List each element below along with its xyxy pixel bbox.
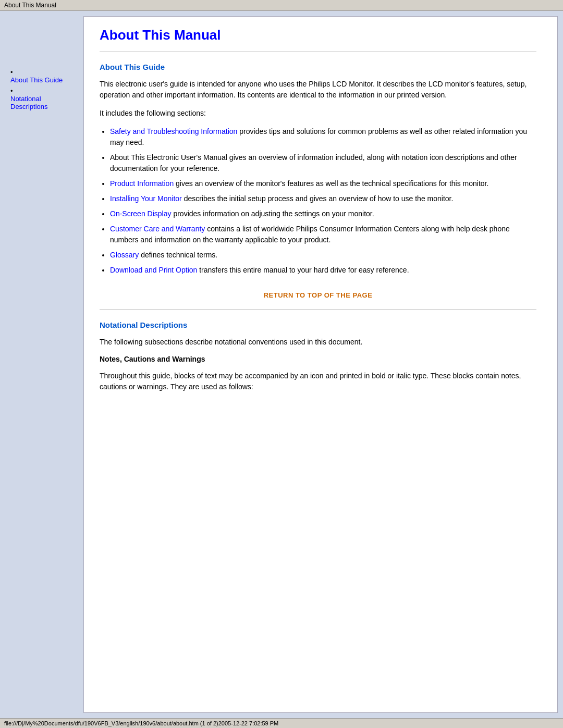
return-link-text: RETURN TO TOP OF THE PAGE bbox=[264, 291, 373, 299]
list-item: On-Screen Display provides information o… bbox=[110, 208, 536, 219]
section-title-about: About This Guide bbox=[100, 63, 536, 71]
content-area: About This Manual About This Guide This … bbox=[83, 16, 558, 713]
bullet-list: Safety and Troubleshooting Information p… bbox=[110, 126, 536, 276]
list-item-text: About This Electronic User's Manual give… bbox=[110, 153, 517, 172]
list-item: Glossary defines technical terms. bbox=[110, 250, 536, 261]
return-to-top[interactable]: RETURN TO TOP OF THE PAGE bbox=[100, 291, 536, 299]
list-item-text: defines technical terms. bbox=[141, 251, 217, 259]
list-item: Product Information gives an overview of… bbox=[110, 178, 536, 189]
link-download[interactable]: Download and Print Option bbox=[110, 266, 197, 274]
divider-middle bbox=[100, 310, 536, 310]
status-bar: file:///D|/My%20Documents/dfu/190V6FB_V3… bbox=[0, 718, 563, 728]
list-item-text: provides information on adjusting the se… bbox=[173, 209, 374, 218]
list-item: Installing Your Monitor describes the in… bbox=[110, 193, 536, 204]
list-item-text: gives an overview of the monitor's featu… bbox=[176, 179, 488, 188]
section-title-notational: Notational Descriptions bbox=[100, 320, 536, 329]
notes-cautions-text: Throughout this guide, blocks of text ma… bbox=[100, 371, 536, 392]
list-item: Customer Care and Warranty contains a li… bbox=[110, 224, 536, 245]
sidebar-bullet-notational: • bbox=[10, 87, 13, 95]
sidebar-item-about[interactable]: • About This Guide bbox=[10, 68, 77, 84]
link-customer-care[interactable]: Customer Care and Warranty bbox=[110, 225, 205, 233]
about-intro1: This electronic user's guide is intended… bbox=[100, 79, 536, 101]
list-item-text: describes the initial setup process and … bbox=[184, 194, 454, 203]
link-product[interactable]: Product Information bbox=[110, 179, 174, 188]
link-glossary[interactable]: Glossary bbox=[110, 251, 139, 259]
link-installing[interactable]: Installing Your Monitor bbox=[110, 194, 182, 203]
about-intro2: It includes the following sections: bbox=[100, 108, 536, 119]
status-bar-text: file:///D|/My%20Documents/dfu/190V6FB_V3… bbox=[4, 720, 278, 726]
list-item-text: transfers this entire manual to your har… bbox=[199, 266, 409, 274]
sidebar-link-notational[interactable]: Notational Descriptions bbox=[10, 95, 77, 110]
notational-intro: The following subsections describe notat… bbox=[100, 337, 536, 348]
main-container: • About This Guide • Notational Descript… bbox=[5, 16, 558, 713]
notes-cautions-title: Notes, Cautions and Warnings bbox=[100, 355, 536, 363]
list-item: Safety and Troubleshooting Information p… bbox=[110, 126, 536, 148]
link-osd[interactable]: On-Screen Display bbox=[110, 209, 172, 218]
sidebar-bullet-about: • bbox=[10, 68, 13, 76]
list-item: About This Electronic User's Manual give… bbox=[110, 152, 536, 174]
page-title: About This Manual bbox=[100, 27, 536, 43]
list-item: Download and Print Option transfers this… bbox=[110, 265, 536, 276]
sidebar: • About This Guide • Notational Descript… bbox=[5, 16, 81, 713]
return-link-anchor[interactable]: RETURN TO TOP OF THE PAGE bbox=[264, 291, 373, 299]
section-about-guide: About This Guide This electronic user's … bbox=[100, 63, 536, 299]
sidebar-link-about[interactable]: About This Guide bbox=[10, 76, 77, 84]
section-notational: Notational Descriptions The following su… bbox=[100, 320, 536, 392]
link-safety[interactable]: Safety and Troubleshooting Information bbox=[110, 127, 237, 135]
title-bar-text: About This Manual bbox=[4, 2, 56, 9]
title-bar: About This Manual bbox=[0, 0, 563, 11]
sidebar-item-notational[interactable]: • Notational Descriptions bbox=[10, 87, 77, 110]
divider-top bbox=[100, 52, 536, 52]
